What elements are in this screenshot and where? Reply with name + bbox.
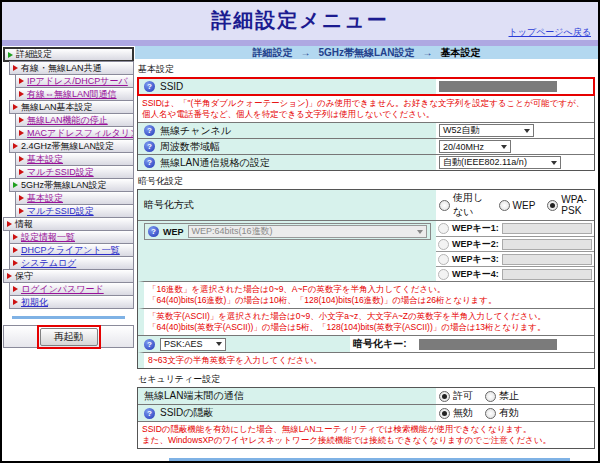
- help-icon[interactable]: ?: [144, 157, 155, 168]
- psk-key-value-redacted[interactable]: [419, 339, 557, 350]
- bandwidth-label-cell: ? 周波数帯域幅: [138, 139, 436, 154]
- psk-type-select[interactable]: PSK:AES: [160, 338, 226, 351]
- reboot-annotation-box: 再起動: [37, 325, 101, 349]
- sidebar-item-5ghz-basic[interactable]: 基本設定: [15, 191, 134, 205]
- help-icon[interactable]: ?: [144, 339, 155, 350]
- sidebar-item-info[interactable]: 情報: [3, 217, 134, 231]
- sidebar-item-24ghz-settings[interactable]: 2.4GHz帯無線LAN設定: [9, 139, 134, 153]
- sidebar-item-5ghz-settings[interactable]: 5GHz帯無線LAN設定: [9, 178, 134, 192]
- radio-option-deny[interactable]: 禁止: [485, 389, 519, 403]
- radio-option-no-encryption[interactable]: 使用しない: [439, 191, 487, 219]
- wep-hex-note: 「16進数」を選択された場合は0~9、A~Fの英数字を半角入力してください。 「…: [144, 282, 500, 308]
- bandwidth-select[interactable]: 20/40MHz: [439, 140, 511, 153]
- help-icon[interactable]: ?: [144, 408, 155, 419]
- sidebar-item-wireless-stop[interactable]: 無線LAN機能の停止: [15, 113, 134, 127]
- lan-communication-options: 許可 禁止: [436, 388, 594, 404]
- help-icon[interactable]: ?: [144, 81, 155, 92]
- help-icon[interactable]: ?: [148, 226, 159, 237]
- radio-option-allow[interactable]: 許可: [439, 389, 473, 403]
- triangle-icon: [19, 91, 24, 97]
- wireless-standard-select[interactable]: 自動(IEEE802.11a/n): [439, 156, 561, 169]
- sidebar-item-wired-wireless-bridge[interactable]: 有線⇔無線LAN間通信: [15, 87, 134, 101]
- help-icon[interactable]: ?: [144, 125, 155, 136]
- ssid-stealth-label: SSIDの隠蔽: [160, 406, 214, 420]
- breadcrumb: 詳細設定 → 5GHz帯無線LAN設定 → 基本設定: [135, 46, 598, 59]
- sidebar-item-24ghz-multi-ssid[interactable]: マルチSSID設定: [15, 165, 134, 179]
- reboot-button[interactable]: 再起動: [40, 328, 98, 346]
- ssid-value-redacted: [439, 81, 557, 92]
- wireless-channel-value-cell: W52自動: [436, 123, 594, 138]
- sidebar-item-dhcp-client-list[interactable]: DHCPクライアント一覧: [9, 243, 134, 257]
- radio-icon-disabled: [438, 239, 449, 250]
- wireless-channel-select[interactable]: W52自動: [439, 124, 534, 137]
- sidebar-item-24ghz-basic[interactable]: 基本設定: [15, 152, 134, 166]
- triangle-icon: [13, 104, 18, 110]
- radio-icon[interactable]: [485, 408, 496, 419]
- radio-icon-selected[interactable]: [439, 408, 450, 419]
- breadcrumb-current: 基本設定: [441, 46, 481, 60]
- security-note-row: SSIDの隠蔽機能を有効にした場合、無線LANユーティリティでは検索機能が使用で…: [138, 421, 594, 448]
- wep-keys: WEPキー1: WEPキー2: WEPキー3: WEPキー4:: [436, 221, 594, 281]
- sidebar-item-maintenance[interactable]: 保守: [3, 269, 134, 283]
- radio-icon[interactable]: [499, 200, 510, 211]
- triangle-icon: [13, 260, 18, 266]
- triangle-icon: [13, 182, 18, 188]
- ssid-stealth-options: 無効 有効: [436, 405, 594, 421]
- wep-select-box: ? WEP WEP:64bits(16進数): [144, 223, 431, 240]
- chevron-down-icon: [551, 161, 557, 165]
- wep-label: WEP: [163, 227, 184, 237]
- triangle-icon: [19, 208, 24, 214]
- wep-key-row-1: WEPキー1:: [436, 221, 594, 236]
- wireless-channel-label-cell: ? 無線チャンネル: [138, 123, 436, 138]
- sidebar-item-wireless-basic-settings[interactable]: 無線LAN基本設定: [9, 100, 134, 114]
- sidebar-item-config-list[interactable]: 設定情報一覧: [9, 230, 134, 244]
- triangle-icon: [13, 143, 18, 149]
- security-note: SSIDの隠蔽機能を有効にした場合、無線LANユーティリティでは検索機能が使用で…: [138, 422, 555, 448]
- ssid-stealth-label-cell: ? SSIDの隠蔽: [138, 405, 436, 421]
- encryption-method-row: 暗号化方式 使用しない WEP WPA-PSK: [138, 190, 594, 220]
- triangle-icon: [13, 247, 18, 253]
- triangle-icon: [19, 156, 24, 162]
- triangle-icon: [7, 221, 12, 227]
- chevron-down-icon: [417, 230, 423, 234]
- wireless-standard-label: 無線LAN通信規格の設定: [160, 156, 270, 170]
- wep-ascii-note: 「英数字(ASCII)」を選択された場合は0~9、小文字a~z、大文字A~Zの英…: [144, 309, 550, 335]
- wep-select-cell: ? WEP WEP:64bits(16進数): [138, 221, 436, 281]
- radio-icon-selected[interactable]: [439, 391, 450, 402]
- wep-hex-note-row: 「16進数」を選択された場合は0~9、A~Fの英数字を半角入力してください。 「…: [138, 281, 594, 308]
- ssid-input[interactable]: [436, 78, 594, 95]
- sidebar-item-mac-filtering[interactable]: MACアドレスフィルタリング: [15, 126, 134, 140]
- ssid-row: ? SSID: [138, 78, 594, 95]
- encryption-method-options: 使用しない WEP WPA-PSK: [436, 190, 594, 220]
- radio-option-enabled[interactable]: 有効: [485, 406, 519, 420]
- triangle-icon: [7, 273, 12, 279]
- sidebar-item-ip-address-dhcp-server[interactable]: IPアドレス/DHCPサーバ: [15, 74, 134, 88]
- triangle-icon: [8, 52, 13, 58]
- wep-key-row-4: WEPキー4:: [436, 266, 594, 281]
- triangle-icon: [19, 78, 24, 84]
- radio-option-wep[interactable]: WEP: [499, 200, 536, 211]
- wep-type-select: WEP:64bits(16進数): [188, 225, 427, 238]
- sidebar-item-advanced-settings[interactable]: 詳細設定: [3, 47, 134, 62]
- sidebar-item-5ghz-multi-ssid[interactable]: マルチSSID設定: [15, 204, 134, 218]
- radio-option-disabled[interactable]: 無効: [439, 406, 473, 420]
- radio-option-wpa-psk[interactable]: WPA-PSK: [547, 194, 591, 216]
- triangle-icon: [19, 169, 24, 175]
- top-page-link[interactable]: トップページへ戻る: [509, 26, 591, 39]
- chevron-down-icon: [501, 145, 507, 149]
- wireless-channel-row: ? 無線チャンネル W52自動: [138, 122, 594, 138]
- sidebar-item-login-password[interactable]: ログインパスワード: [9, 282, 134, 296]
- sidebar-item-initialize[interactable]: 初期化: [9, 295, 134, 309]
- radio-icon[interactable]: [485, 391, 496, 402]
- psk-key-cell: 暗号化キー:: [350, 336, 594, 352]
- radio-icon[interactable]: [439, 200, 450, 211]
- help-icon[interactable]: ?: [144, 141, 155, 152]
- sidebar-item-wired-wireless-common[interactable]: 有線・無線LAN共通: [9, 61, 134, 75]
- psk-key-label: 暗号化キー:: [353, 337, 407, 351]
- sidebar-item-system-log[interactable]: システムログ: [9, 256, 134, 270]
- breadcrumb-separator: →: [423, 47, 433, 58]
- triangle-icon: [19, 130, 24, 136]
- radio-icon-selected[interactable]: [547, 200, 558, 211]
- lan-communication-row: 無線LAN端末間の通信 許可 禁止: [138, 388, 594, 404]
- wep-key-input-1: [502, 223, 592, 234]
